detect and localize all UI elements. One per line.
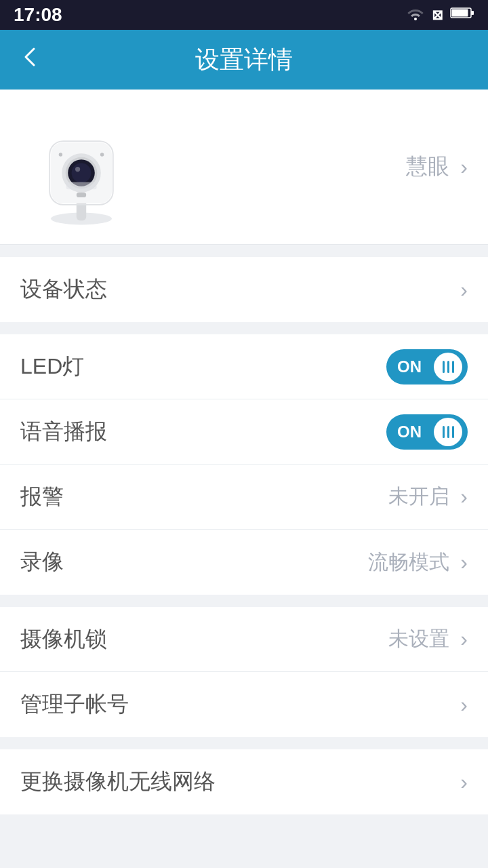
row-led-light[interactable]: LED灯 ON bbox=[0, 334, 488, 399]
svg-rect-2 bbox=[471, 11, 474, 15]
row-recording[interactable]: 录像 流畅模式 › bbox=[0, 530, 488, 595]
svg-point-11 bbox=[75, 167, 80, 172]
sim-icon: ⊠ bbox=[432, 7, 443, 23]
list-group-4: 更换摄像机无线网络 › bbox=[0, 749, 488, 814]
led-toggle-thumb bbox=[434, 353, 462, 381]
led-light-right: ON bbox=[386, 349, 468, 384]
camera-chevron-icon: › bbox=[460, 155, 468, 180]
voice-broadcast-label: 语音播报 bbox=[20, 417, 107, 447]
v-line-3 bbox=[452, 426, 454, 438]
status-time: 17:08 bbox=[14, 4, 62, 26]
section-divider-2 bbox=[0, 322, 488, 334]
svg-rect-12 bbox=[77, 193, 86, 197]
led-toggle-lines bbox=[443, 361, 454, 373]
camera-lock-label: 摄像机锁 bbox=[20, 625, 107, 654]
section-divider-3 bbox=[0, 595, 488, 607]
page-header: 设置详情 bbox=[0, 30, 488, 90]
wifi-icon bbox=[406, 5, 425, 24]
voice-toggle[interactable]: ON bbox=[386, 414, 468, 450]
row-voice-broadcast[interactable]: 语音播报 ON bbox=[0, 399, 488, 465]
row-change-wifi[interactable]: 更换摄像机无线网络 › bbox=[0, 749, 488, 814]
t-line-2 bbox=[447, 361, 449, 373]
device-status-chevron: › bbox=[460, 277, 468, 302]
svg-rect-1 bbox=[452, 9, 468, 17]
section-divider-1 bbox=[0, 245, 488, 257]
change-wifi-label: 更换摄像机无线网络 bbox=[20, 767, 216, 797]
voice-toggle-thumb bbox=[434, 418, 462, 446]
t-line-1 bbox=[443, 361, 445, 373]
led-toggle-label: ON bbox=[397, 357, 422, 376]
recording-right: 流畅模式 › bbox=[368, 549, 468, 576]
change-wifi-right: › bbox=[460, 770, 468, 795]
recording-chevron: › bbox=[460, 550, 468, 575]
camera-name-area[interactable]: 慧眼 › bbox=[142, 152, 468, 182]
t-line-3 bbox=[452, 361, 454, 373]
manage-subaccount-chevron: › bbox=[460, 692, 468, 717]
led-toggle[interactable]: ON bbox=[386, 349, 468, 384]
list-group-2: LED灯 ON 语音播报 ON bbox=[0, 334, 488, 595]
device-status-label: 设备状态 bbox=[20, 275, 107, 304]
page-title: 设置详情 bbox=[195, 43, 293, 77]
back-button[interactable] bbox=[14, 35, 47, 85]
svg-rect-15 bbox=[66, 182, 97, 190]
device-status-right: › bbox=[460, 277, 468, 302]
v-line-1 bbox=[443, 426, 445, 438]
battery-icon bbox=[450, 6, 474, 24]
alarm-right: 未开启 › bbox=[388, 483, 468, 511]
svg-point-10 bbox=[72, 163, 92, 183]
manage-subaccount-label: 管理子帐号 bbox=[20, 690, 129, 719]
status-icons: ⊠ bbox=[406, 5, 474, 24]
camera-name-label: 慧眼 bbox=[406, 152, 449, 182]
voice-toggle-lines bbox=[443, 426, 454, 438]
alarm-label: 报警 bbox=[20, 482, 64, 512]
recording-value: 流畅模式 bbox=[368, 549, 449, 576]
status-bar: 17:08 ⊠ bbox=[0, 0, 488, 30]
row-manage-subaccount[interactable]: 管理子帐号 › bbox=[0, 672, 488, 737]
change-wifi-chevron: › bbox=[460, 770, 468, 795]
camera-lock-value: 未设置 bbox=[388, 625, 449, 653]
camera-image bbox=[20, 106, 142, 228]
list-group-1: 设备状态 › bbox=[0, 257, 488, 322]
camera-card[interactable]: 慧眼 › bbox=[0, 90, 488, 245]
svg-point-13 bbox=[59, 153, 62, 156]
section-divider-4 bbox=[0, 737, 488, 749]
camera-lock-right: 未设置 › bbox=[388, 625, 468, 653]
alarm-value: 未开启 bbox=[388, 483, 449, 511]
row-alarm[interactable]: 报警 未开启 › bbox=[0, 465, 488, 530]
manage-subaccount-right: › bbox=[460, 692, 468, 717]
led-light-label: LED灯 bbox=[20, 352, 84, 382]
camera-lock-chevron: › bbox=[460, 627, 468, 652]
voice-broadcast-right: ON bbox=[386, 414, 468, 450]
row-camera-lock[interactable]: 摄像机锁 未设置 › bbox=[0, 607, 488, 672]
voice-toggle-label: ON bbox=[397, 422, 422, 441]
v-line-2 bbox=[447, 426, 449, 438]
recording-label: 录像 bbox=[20, 547, 64, 577]
row-device-status[interactable]: 设备状态 › bbox=[0, 257, 488, 322]
alarm-chevron: › bbox=[460, 484, 468, 509]
list-group-3: 摄像机锁 未设置 › 管理子帐号 › bbox=[0, 607, 488, 737]
svg-point-14 bbox=[100, 153, 104, 156]
